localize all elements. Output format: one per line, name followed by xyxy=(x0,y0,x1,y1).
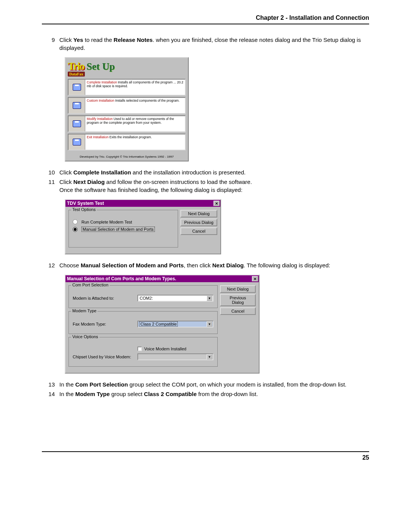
disk-icon xyxy=(73,84,81,91)
header-rule xyxy=(42,24,369,24)
trio-option-modify[interactable]: Modify Installation Used to add or remov… xyxy=(68,115,186,132)
trio-option-complete[interactable]: Complete Installation Installs all compo… xyxy=(68,79,186,96)
tdv-title: TDV System Test xyxy=(67,201,104,206)
radio-manual-selection-label: Manual Selection of Modem and Ports xyxy=(81,227,155,232)
next-dialog-button[interactable]: Next Dialog xyxy=(220,285,256,293)
step-11-text: Click Next Dialog and follow the on-scre… xyxy=(59,178,369,194)
step-12-text: Choose Manual Selection of Modem and Por… xyxy=(59,261,369,269)
modem-attached-label: Modem is Attached to: xyxy=(73,296,137,300)
step-11-number: 11 xyxy=(42,178,59,186)
step-9-number: 9 xyxy=(42,36,59,44)
trio-setup-text: Set Up xyxy=(86,61,115,72)
trio-header: Trio Set Up DataFax xyxy=(65,58,188,77)
fax-modem-type-label: Fax Modem Type: xyxy=(73,322,137,326)
manual-title: Manual Selection of Com Ports and Modem … xyxy=(67,276,176,281)
modem-type-group-label: Modem Type xyxy=(71,308,97,313)
radio-manual-selection[interactable] xyxy=(73,227,78,232)
radio-run-complete[interactable] xyxy=(73,219,78,224)
trio-footer: Developed by Trio. Copyright © Trio Info… xyxy=(65,153,188,161)
step-10-number: 10 xyxy=(42,168,59,176)
page-number: 25 xyxy=(42,454,369,461)
step-13-number: 13 xyxy=(42,380,59,388)
chipset-select[interactable]: ▼ xyxy=(137,353,213,360)
cancel-button[interactable]: Cancel xyxy=(220,307,256,315)
step-14-number: 14 xyxy=(42,390,59,398)
com-port-group-label: Com Port Selection xyxy=(71,283,110,287)
tdv-system-test-window: TDV System Test ✕ Test Options Run Compl… xyxy=(65,199,221,254)
voice-modem-installed-label: Voice Modem Installed xyxy=(144,347,186,351)
previous-dialog-button[interactable]: Previous Dialog xyxy=(180,219,217,226)
disk-icon xyxy=(73,102,81,109)
chapter-header: Chapter 2 - Installation and Connection xyxy=(42,14,369,21)
voice-modem-installed-checkbox[interactable] xyxy=(137,347,142,351)
chipset-label: Chipset Used by Voice Modem: xyxy=(73,355,137,359)
chevron-down-icon: ▼ xyxy=(207,354,212,359)
footer-rule xyxy=(42,451,369,452)
step-12-number: 12 xyxy=(42,261,59,269)
step-14-text: In the Modem Type group select Class 2 C… xyxy=(59,390,369,398)
step-9-text: Click Yes to read the Release Notes. whe… xyxy=(59,36,369,52)
datafax-badge: DataFax xyxy=(68,72,85,77)
disk-icon xyxy=(73,120,81,127)
trio-option-exit[interactable]: Exit Installation Exits the installation… xyxy=(68,134,186,150)
chevron-down-icon: ▼ xyxy=(207,296,212,301)
com-port-select[interactable]: COM2:▼ xyxy=(137,295,213,302)
close-icon[interactable]: ✕ xyxy=(213,201,220,206)
cancel-button[interactable]: Cancel xyxy=(180,227,217,235)
close-icon[interactable]: ✕ xyxy=(252,276,258,281)
previous-dialog-button[interactable]: Previous Dialog xyxy=(220,294,256,306)
step-13-text: In the Com Port Selection group select t… xyxy=(59,380,369,388)
fax-modem-type-select[interactable]: Class 2 Compatible▼ xyxy=(137,321,213,328)
chevron-down-icon: ▼ xyxy=(207,321,212,327)
step-10-text: Click Complete Installation and the inst… xyxy=(59,168,369,176)
next-dialog-button[interactable]: Next Dialog xyxy=(180,210,217,217)
trio-setup-window: Trio Set Up DataFax Complete Installatio… xyxy=(65,57,189,161)
manual-selection-window: Manual Selection of Com Ports and Modem … xyxy=(65,275,260,374)
radio-run-complete-label: Run Complete Modem Test xyxy=(81,220,132,224)
voice-options-group-label: Voice Options xyxy=(71,334,99,339)
trio-logo-text: Trio xyxy=(68,60,84,72)
exit-icon xyxy=(73,139,81,145)
tdv-group-label: Test Options xyxy=(71,207,97,212)
trio-option-custom[interactable]: Custom Installation Installs selected co… xyxy=(68,97,186,114)
